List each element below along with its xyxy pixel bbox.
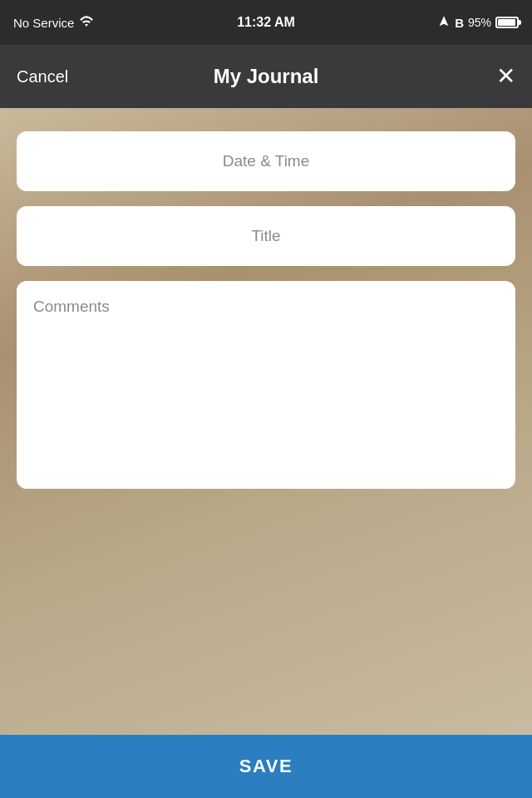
wifi-icon — [79, 14, 94, 32]
close-button[interactable]: ✕ — [496, 65, 515, 88]
date-time-field[interactable]: Date & Time — [17, 131, 515, 191]
location-icon — [437, 15, 451, 31]
status-bar: No Service 11:32 AM B 95% — [0, 0, 532, 45]
save-button[interactable]: SAVE — [0, 735, 532, 798]
comments-field[interactable]: Comments — [17, 281, 515, 489]
status-left: No Service — [13, 14, 94, 32]
main-content: Date & Time Title Comments — [0, 108, 532, 735]
status-right: B 95% — [437, 15, 519, 31]
nav-title: My Journal — [214, 65, 319, 88]
status-time: 11:32 AM — [237, 15, 295, 30]
save-bar: SAVE — [0, 735, 532, 798]
battery-percent: 95% — [468, 16, 491, 29]
date-time-placeholder: Date & Time — [223, 152, 310, 170]
carrier-text: No Service — [13, 16, 74, 30]
battery-icon — [495, 17, 519, 28]
title-placeholder: Title — [251, 227, 280, 245]
title-field[interactable]: Title — [17, 206, 515, 266]
nav-bar: Cancel My Journal ✕ — [0, 45, 532, 108]
comments-placeholder: Comments — [33, 298, 110, 316]
bluetooth-icon: B — [455, 16, 464, 30]
cancel-button[interactable]: Cancel — [17, 67, 68, 86]
